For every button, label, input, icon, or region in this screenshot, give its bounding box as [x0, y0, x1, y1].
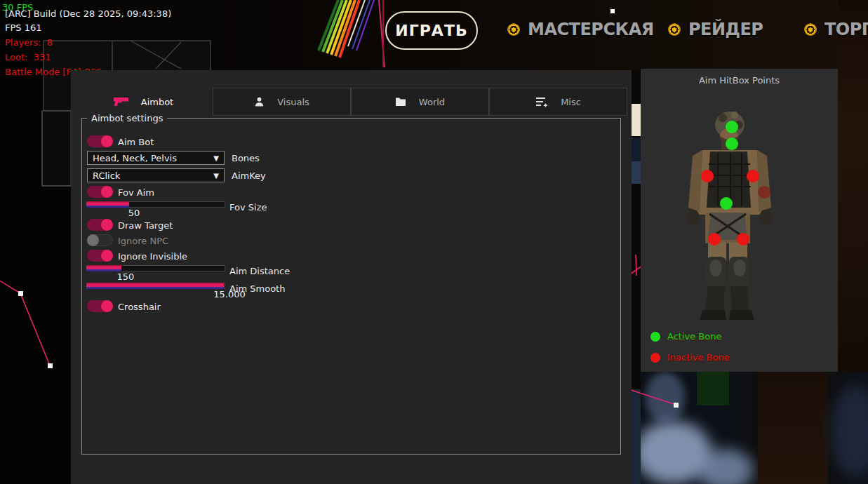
- coin-icon: [804, 23, 817, 36]
- nav-item-label: ТОРГОВЕЦ: [824, 20, 868, 39]
- inactive-bone-dot-icon: [650, 353, 660, 363]
- esp-marker: [610, 9, 615, 13]
- bones-dropdown-value: Head, Neck, Pelvis: [93, 153, 177, 163]
- window-glow: [646, 372, 685, 424]
- inactive-bone-label: Inactive Bone: [667, 352, 730, 363]
- ignore-invisible-toggle[interactable]: [87, 250, 113, 262]
- bones-label: Bones: [232, 153, 260, 163]
- aim-smooth-slider[interactable]: [86, 283, 225, 289]
- nav-item-label: МАСТЕРСКАЯ: [528, 20, 654, 39]
- coin-icon: [507, 23, 520, 36]
- cheat-menu-panel: Aimbot Visuals World Misc Aimbot s: [71, 70, 632, 484]
- snow-blob: [697, 449, 754, 484]
- hud-loot: Loot: 331: [5, 52, 51, 62]
- scene-strip: [632, 70, 641, 484]
- scene-dark-block: [632, 137, 641, 161]
- tab-visuals[interactable]: Visuals: [213, 88, 351, 116]
- pistol-icon: [113, 97, 128, 107]
- crosshair-toggle[interactable]: [87, 300, 113, 312]
- esp-marker: [18, 291, 23, 296]
- hud-build: [ARC] Build (Dec 28 2025, 09:43:38): [5, 8, 171, 19]
- bone-dot-left-thigh[interactable]: [708, 233, 721, 246]
- aim-distance-value: 150: [105, 271, 147, 282]
- nav-item-masterskaya[interactable]: МАСТЕРСКАЯ: [507, 20, 654, 39]
- fov-aim-toggle[interactable]: [87, 186, 113, 198]
- aimkey-dropdown[interactable]: RClick ▼: [87, 168, 225, 182]
- aim-distance-slider-fill: [86, 265, 121, 271]
- scene-wood-column: [838, 0, 868, 372]
- scene-blue-block: [632, 161, 641, 184]
- character-model: [641, 69, 838, 372]
- hud-players: Players: 8: [5, 37, 53, 48]
- draw-target-label: Draw Target: [118, 220, 173, 231]
- aim-hitbox-panel: Aim HitBox Points: [641, 69, 838, 372]
- active-bone-dot-icon: [650, 332, 660, 342]
- ignore-npc-toggle[interactable]: [87, 234, 113, 246]
- aim-smooth-value: 15.000: [208, 289, 251, 300]
- fov-size-value: 50: [113, 208, 155, 218]
- scene-sign: [632, 104, 641, 136]
- aim-bot-toggle[interactable]: [87, 135, 113, 147]
- nav-item-torgovets[interactable]: ТОРГОВЕЦ: [804, 20, 868, 39]
- fov-size-slider-fill: [86, 201, 129, 208]
- tab-label: Misc: [561, 97, 581, 107]
- exit-sign: [697, 372, 729, 405]
- play-button[interactable]: ИГРАТЬ: [385, 11, 478, 50]
- tab-aimbot[interactable]: Aimbot: [74, 88, 213, 116]
- aim-distance-label: Aim Distance: [229, 266, 290, 276]
- folder-icon: [395, 97, 406, 107]
- tab-world[interactable]: World: [351, 88, 489, 116]
- bone-dot-head[interactable]: [726, 121, 738, 133]
- chevron-down-icon: ▼: [213, 172, 219, 180]
- wood-pillar: [758, 372, 828, 484]
- tab-label: Aimbot: [141, 97, 173, 107]
- aim-distance-slider[interactable]: [86, 265, 225, 271]
- legend-active-bone: Active Bone: [650, 331, 721, 342]
- ice-glow: [831, 386, 868, 477]
- tab-label: Visuals: [277, 97, 309, 107]
- bone-dot-pelvis[interactable]: [720, 197, 733, 210]
- bone-dot-right-thigh[interactable]: [737, 233, 749, 246]
- tab-misc[interactable]: Misc: [489, 88, 627, 116]
- esp-marker: [674, 403, 679, 408]
- nav-item-raider[interactable]: РЕЙДЕР: [668, 20, 763, 39]
- scene-bottom-right: [620, 372, 868, 484]
- nav-item-label: РЕЙДЕР: [688, 20, 763, 39]
- chevron-down-icon: ▼: [213, 154, 219, 162]
- aim-bot-label: Aim Bot: [118, 137, 154, 147]
- scene-blue-block: [632, 389, 641, 484]
- aim-smooth-slider-fill: [86, 283, 224, 289]
- ignore-invisible-label: Ignore Invisible: [118, 251, 187, 262]
- fov-aim-label: Fov Aim: [118, 187, 154, 198]
- person-icon: [254, 96, 265, 107]
- aimkey-dropdown-value: RClick: [93, 170, 120, 181]
- fov-size-label: Fov Size: [229, 202, 267, 213]
- ignore-npc-label: Ignore NPC: [118, 236, 168, 246]
- draw-target-toggle[interactable]: [87, 219, 113, 231]
- esp-marker: [48, 363, 53, 368]
- legend-inactive-bone: Inactive Bone: [650, 352, 730, 363]
- sliders-plus-icon: [535, 96, 548, 107]
- bone-dot-neck[interactable]: [726, 137, 738, 150]
- bone-dot-right-elbow[interactable]: [747, 170, 759, 182]
- aimbot-settings-title: Aimbot settings: [87, 113, 167, 123]
- bone-dot-left-elbow[interactable]: [701, 170, 714, 182]
- coin-icon: [668, 23, 681, 36]
- active-bone-label: Active Bone: [667, 331, 721, 342]
- tab-label: World: [419, 97, 445, 107]
- crosshair-label: Crosshair: [118, 302, 161, 312]
- fov-size-slider[interactable]: [86, 201, 225, 208]
- hud-fps: FPS 161: [5, 22, 42, 33]
- bones-dropdown[interactable]: Head, Neck, Pelvis ▼: [87, 151, 225, 165]
- aimkey-label: AimKey: [232, 170, 266, 181]
